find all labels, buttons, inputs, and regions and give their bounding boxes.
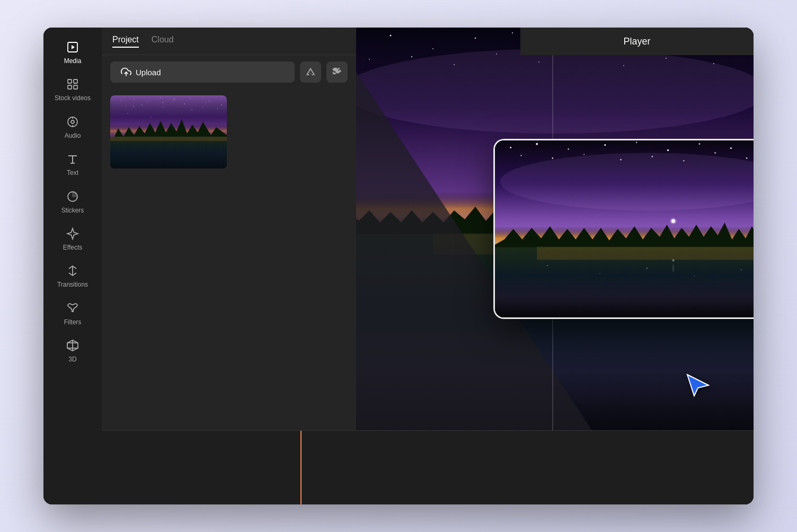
player-header: Player	[520, 28, 754, 55]
sidebar-item-media[interactable]: Media	[43, 33, 102, 70]
effects-icon	[66, 227, 79, 241]
playhead	[300, 431, 302, 504]
svg-point-7	[71, 120, 74, 123]
sidebar-item-filters[interactable]: Filters	[43, 294, 102, 331]
sidebar-item-text[interactable]: Text	[43, 145, 102, 182]
media-thumbnail-1[interactable]	[110, 95, 227, 169]
sidebar-item-3d[interactable]: 3D	[43, 331, 102, 368]
audio-icon	[66, 115, 79, 129]
preview-card	[493, 139, 754, 319]
media-icon	[66, 40, 79, 54]
svg-point-93	[670, 218, 677, 224]
svg-point-100	[647, 268, 648, 269]
svg-point-104	[672, 264, 675, 272]
svg-point-32	[202, 107, 203, 107]
svg-point-23	[160, 97, 161, 99]
svg-point-25	[189, 98, 190, 99]
svg-point-103	[672, 259, 675, 262]
svg-rect-4	[68, 85, 72, 89]
svg-point-33	[221, 104, 222, 105]
svg-point-24	[173, 100, 174, 101]
svg-marker-1	[72, 45, 75, 49]
timeline	[102, 431, 754, 504]
upload-label: Upload	[136, 68, 161, 77]
player-area: Player	[356, 28, 754, 430]
filters-icon	[66, 302, 79, 315]
threed-icon	[66, 339, 79, 352]
svg-point-77	[667, 149, 669, 152]
svg-rect-37	[110, 137, 227, 141]
svg-point-74	[568, 148, 569, 150]
svg-point-89	[746, 157, 748, 159]
thumb-image-1	[110, 95, 227, 169]
timeline-area	[102, 430, 754, 504]
svg-marker-35	[110, 119, 227, 169]
sidebar-item-stock-videos[interactable]: Stock videos	[43, 70, 102, 107]
sidebar-item-transitions[interactable]: Transitions	[43, 256, 102, 294]
svg-point-30	[163, 107, 163, 107]
tabs-row: Project Cloud	[102, 28, 356, 55]
upload-button[interactable]: Upload	[110, 61, 295, 83]
svg-point-29	[141, 104, 143, 105]
svg-point-79	[730, 147, 732, 149]
sidebar-item-audio-label: Audio	[65, 132, 81, 139]
svg-point-102	[741, 269, 742, 271]
text-icon	[66, 152, 79, 166]
sidebar-item-stickers-label: Stickers	[61, 207, 84, 214]
svg-point-88	[714, 152, 716, 154]
svg-point-98	[547, 265, 548, 266]
dropbox-button[interactable]	[326, 61, 348, 83]
sidebar-item-effects-label: Effects	[63, 244, 82, 251]
tab-project[interactable]: Project	[112, 35, 139, 48]
svg-rect-19	[110, 95, 227, 169]
thumb-svg	[110, 95, 227, 169]
sidebar-item-filters-label: Filters	[64, 318, 82, 326]
sidebar-item-stock-label: Stock videos	[55, 94, 91, 102]
svg-point-72	[510, 147, 511, 148]
svg-rect-34	[110, 125, 227, 138]
grid-icon	[66, 77, 79, 91]
dropbox-icon	[332, 67, 342, 77]
media-grid	[102, 89, 356, 175]
svg-point-75	[604, 144, 606, 146]
svg-rect-3	[74, 79, 77, 83]
svg-point-20	[120, 100, 121, 101]
svg-point-21	[134, 99, 135, 100]
svg-rect-5	[74, 85, 77, 89]
svg-point-84	[583, 154, 585, 155]
svg-point-83	[552, 157, 553, 159]
svg-rect-2	[68, 79, 72, 83]
media-panel: Project Cloud Upload	[102, 28, 356, 430]
sidebar-item-transitions-label: Transitions	[57, 281, 88, 288]
svg-point-26	[205, 102, 206, 102]
transitions-icon	[66, 264, 79, 278]
sidebar-item-3d-label: 3D	[68, 356, 76, 363]
svg-point-22	[147, 101, 147, 102]
player-label: Player	[623, 36, 650, 47]
sidebar-item-effects[interactable]: Effects	[43, 219, 102, 256]
svg-rect-97	[537, 247, 754, 260]
svg-point-101	[694, 276, 695, 277]
preview-card-svg	[495, 140, 754, 317]
app-window: Media Stock videos	[43, 28, 754, 504]
sidebar-item-audio[interactable]: Audio	[43, 108, 102, 145]
svg-point-28	[126, 105, 126, 106]
toolbar-row: Upload	[102, 55, 356, 89]
tab-cloud[interactable]: Cloud	[152, 35, 174, 48]
svg-point-76	[636, 142, 637, 143]
sidebar-item-media-label: Media	[64, 57, 82, 65]
svg-point-99	[599, 273, 600, 274]
svg-point-31	[184, 103, 185, 104]
svg-point-73	[536, 143, 538, 145]
player-background	[356, 28, 754, 430]
svg-point-27	[216, 97, 217, 98]
stickers-icon	[66, 190, 79, 203]
svg-point-82	[520, 155, 521, 156]
main-content: Project Cloud Upload	[102, 28, 754, 504]
google-drive-icon	[305, 67, 316, 77]
upload-icon	[121, 67, 131, 77]
sidebar-item-text-label: Text	[67, 169, 78, 176]
top-area: Project Cloud Upload	[102, 28, 754, 430]
sidebar-item-stickers[interactable]: Stickers	[43, 182, 102, 219]
google-drive-button[interactable]	[300, 61, 321, 83]
